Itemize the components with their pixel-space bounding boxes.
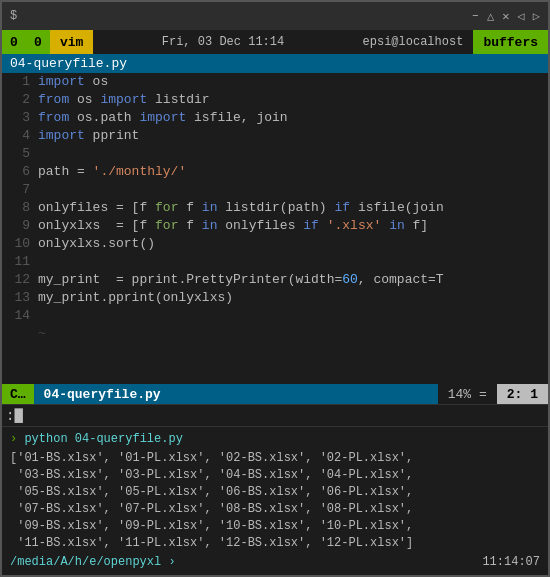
code-line-4: 4 import pprint bbox=[2, 127, 548, 145]
command-line[interactable]: :█ bbox=[2, 404, 548, 426]
code-text-6: path = './monthly/' bbox=[38, 163, 544, 181]
code-text-8: onlyfiles = [f for f in listdir(path) if… bbox=[38, 199, 544, 217]
editor-area[interactable]: 1 import os 2 from os import listdir 3 f… bbox=[2, 73, 548, 384]
code-line-13: 13 my_print.pprint(onlyxlxs) bbox=[2, 289, 548, 307]
command-cursor: :█ bbox=[6, 408, 23, 424]
line-number-13: 13 bbox=[6, 289, 30, 307]
vim-top-statusbar: 0 0 vim Fri, 03 Dec 11:14 epsi@localhost… bbox=[2, 30, 548, 54]
code-text-2: from os import listdir bbox=[38, 91, 544, 109]
terminal-command: › python 04-queryfile.py bbox=[10, 431, 540, 448]
code-text-10: onlyxlxs.sort() bbox=[38, 235, 544, 253]
code-text-3: from os.path import isfile, join bbox=[38, 109, 544, 127]
code-line-10: 10 onlyxlxs.sort() bbox=[2, 235, 548, 253]
terminal-prompt: $ bbox=[10, 9, 17, 23]
vim-tab-1[interactable]: 0 bbox=[26, 30, 50, 54]
bottom-statusbar: C… 04-queryfile.py 14% = 2: 1 bbox=[2, 384, 548, 404]
terminal-output-line-3: '05-BS.xlsx', '05-PL.xlsx', '06-BS.xlsx'… bbox=[10, 484, 540, 501]
title-bar-right: – △ ✕ ◁ ▷ bbox=[472, 9, 540, 24]
code-text-1: import os bbox=[38, 73, 544, 91]
line-number-11: 11 bbox=[6, 253, 30, 271]
title-bar: $ – △ ✕ ◁ ▷ bbox=[2, 2, 548, 30]
status-filename: 04-queryfile.py bbox=[34, 384, 438, 404]
minimize-button[interactable]: – bbox=[472, 9, 479, 23]
tilde-char: ~ bbox=[38, 325, 46, 343]
filename-bar: 04-queryfile.py bbox=[2, 54, 548, 73]
code-line-14: 14 bbox=[2, 307, 548, 325]
code-line-6: 6 path = './monthly/' bbox=[2, 163, 548, 181]
vim-buffers-tab[interactable]: buffers bbox=[473, 30, 548, 54]
status-percent: 14% = bbox=[438, 384, 497, 404]
terminal-output-line-4: '07-BS.xlsx', '07-PL.xlsx', '08-BS.xlsx'… bbox=[10, 501, 540, 518]
code-line-12: 12 my_print = pprint.PrettyPrinter(width… bbox=[2, 271, 548, 289]
terminal-time: 11:14:07 bbox=[482, 554, 540, 571]
code-line-11: 11 bbox=[2, 253, 548, 271]
main-window: $ – △ ✕ ◁ ▷ 0 0 vim Fri, 03 Dec 11:14 ep… bbox=[0, 0, 550, 577]
prev-button[interactable]: ◁ bbox=[518, 9, 525, 24]
tilde-line: ~ bbox=[2, 325, 548, 343]
line-number-8: 8 bbox=[6, 199, 30, 217]
code-line-5: 5 bbox=[2, 145, 548, 163]
line-number-9: 9 bbox=[6, 217, 30, 235]
line-number-7: 7 bbox=[6, 181, 30, 199]
title-bar-left: $ bbox=[10, 9, 17, 23]
code-line-9: 9 onlyxlxs = [f for f in onlyfiles if '.… bbox=[2, 217, 548, 235]
terminal-command-text: python 04-queryfile.py bbox=[24, 432, 182, 446]
terminal-output-line-6: '11-BS.xlsx', '11-PL.xlsx', '12-BS.xlsx'… bbox=[10, 535, 540, 552]
code-line-2: 2 from os import listdir bbox=[2, 91, 548, 109]
terminal-output-line-2: '03-BS.xlsx', '03-PL.xlsx', '04-BS.xlsx'… bbox=[10, 467, 540, 484]
arrow-icon: › bbox=[10, 432, 17, 446]
line-number-2: 2 bbox=[6, 91, 30, 109]
code-line-8: 8 onlyfiles = [f for f in listdir(path) … bbox=[2, 199, 548, 217]
line-number-5: 5 bbox=[6, 145, 30, 163]
terminal-output-line-1: ['01-BS.xlsx', '01-PL.xlsx', '02-BS.xlsx… bbox=[10, 450, 540, 467]
status-c: C… bbox=[2, 384, 34, 404]
line-number-10: 10 bbox=[6, 235, 30, 253]
code-text-4: import pprint bbox=[38, 127, 544, 145]
line-number-14: 14 bbox=[6, 307, 30, 325]
line-number-4: 4 bbox=[6, 127, 30, 145]
code-line-3: 3 from os.path import isfile, join bbox=[2, 109, 548, 127]
terminal-output: › python 04-queryfile.py ['01-BS.xlsx', … bbox=[2, 426, 548, 575]
next-button[interactable]: ▷ bbox=[533, 9, 540, 24]
code-text-12: my_print = pprint.PrettyPrinter(width=60… bbox=[38, 271, 544, 289]
code-line-1: 1 import os bbox=[2, 73, 548, 91]
line-number-3: 3 bbox=[6, 109, 30, 127]
terminal-footer: /media/A/h/e/openpyxl › 11:14:07 bbox=[10, 554, 540, 571]
terminal-output-line-5: '09-BS.xlsx', '09-PL.xlsx', '10-BS.xlsx'… bbox=[10, 518, 540, 535]
line-number-1: 1 bbox=[6, 73, 30, 91]
terminal-path: /media/A/h/e/openpyxl › bbox=[10, 554, 176, 571]
code-text-9: onlyxlxs = [f for f in onlyfiles if '.xl… bbox=[38, 217, 544, 235]
vim-tab-0[interactable]: 0 bbox=[2, 30, 26, 54]
maximize-button[interactable]: △ bbox=[487, 9, 494, 24]
status-position: 2: 1 bbox=[497, 384, 548, 404]
line-number-12: 12 bbox=[6, 271, 30, 289]
close-button[interactable]: ✕ bbox=[502, 9, 509, 24]
line-number-6: 6 bbox=[6, 163, 30, 181]
vim-mode-indicator: vim bbox=[50, 30, 93, 54]
vim-host: epsi@localhost bbox=[353, 30, 474, 54]
vim-date: Fri, 03 Dec 11:14 bbox=[93, 30, 352, 54]
code-text-13: my_print.pprint(onlyxlxs) bbox=[38, 289, 544, 307]
code-line-7: 7 bbox=[2, 181, 548, 199]
